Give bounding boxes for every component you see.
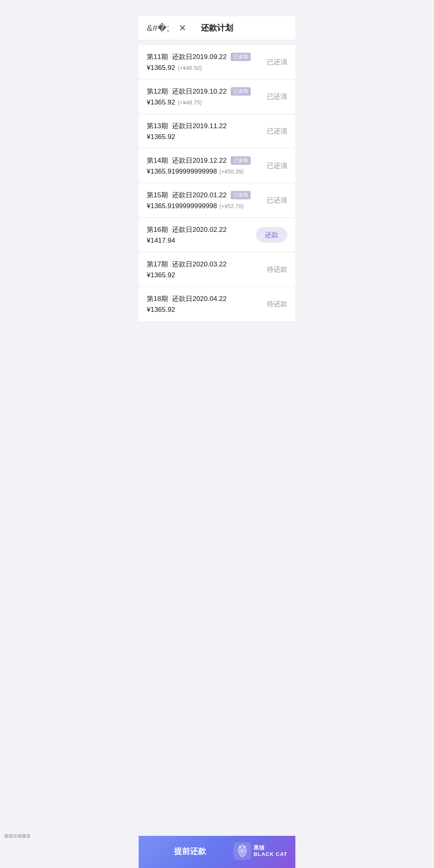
item-date: 还款日2020.04.22: [172, 294, 227, 303]
status-paid: 已还清: [267, 93, 287, 100]
item-right: 已还清: [267, 127, 287, 136]
item-left: 第17期 还款日2020.03.22 ¥1365.92: [147, 260, 227, 279]
amount-value: ¥1365.92: [147, 306, 175, 314]
item-left: 第11期 还款日2019.09.22 已逾期 ¥1365.92 (+¥46.50…: [147, 52, 251, 72]
item-left: 第14期 还款日2019.12.22 已逾期 ¥1365.91999999999…: [147, 156, 251, 176]
header-nav: &#�; ✕: [145, 21, 188, 35]
item-amount: ¥1365.9199999999998 (+¥52.70): [147, 202, 251, 210]
status-pending: 待还款: [267, 266, 287, 273]
logo-area: 黑猫 BLACK CAT: [233, 842, 287, 860]
amount-value: ¥1365.92: [147, 98, 175, 106]
item-amount: ¥1417.94: [147, 237, 227, 245]
item-right: 已还清: [267, 161, 287, 170]
item-period: 第14期: [147, 156, 168, 165]
item-date: 还款日2019.12.22: [172, 156, 227, 165]
repayment-list: 第11期 还款日2019.09.22 已逾期 ¥1365.92 (+¥46.50…: [139, 45, 295, 321]
amount-value: ¥1365.92: [147, 271, 175, 279]
item-period: 第16期: [147, 225, 168, 234]
list-item: 第17期 还款日2020.03.22 ¥1365.92 待还款: [139, 252, 295, 287]
amount-value: ¥1365.9199999999998: [147, 168, 217, 176]
item-right: 已还清: [267, 92, 287, 101]
page-title: 还款计划: [201, 23, 233, 33]
overdue-badge: 已逾期: [231, 87, 251, 96]
item-period: 第11期: [147, 52, 168, 61]
svg-point-2: [243, 850, 244, 851]
item-amount: ¥1365.92 (+¥46.50): [147, 64, 251, 72]
item-amount: ¥1365.92: [147, 306, 227, 314]
item-right: 还款: [256, 227, 287, 243]
item-row1: 第11期 还款日2019.09.22 已逾期: [147, 52, 251, 61]
status-paid: 已还清: [267, 162, 287, 170]
item-left: 第15期 还款日2020.01.22 已逾期 ¥1365.91999999999…: [147, 190, 251, 210]
item-left: 第13期 还款日2019.11.22 ¥1365.92: [147, 121, 227, 141]
overdue-badge: 已逾期: [231, 53, 251, 61]
overdue-badge: 已逾期: [231, 191, 251, 199]
item-period: 第18期: [147, 294, 168, 303]
prepay-button[interactable]: 提前还款: [147, 846, 233, 857]
item-amount: ¥1365.92 (+¥48.75): [147, 98, 251, 106]
list-item: 第12期 还款日2019.10.22 已逾期 ¥1365.92 (+¥48.75…: [139, 80, 295, 114]
item-row1: 第15期 还款日2020.01.22 已逾期: [147, 190, 251, 200]
list-item: 第11期 还款日2019.09.22 已逾期 ¥1365.92 (+¥46.50…: [139, 45, 295, 80]
item-date: 还款日2020.01.22: [172, 190, 227, 200]
bottom-spacer: [139, 321, 295, 357]
status-paid: 已还清: [267, 58, 287, 66]
list-item: 第15期 还款日2020.01.22 已逾期 ¥1365.91999999999…: [139, 183, 295, 218]
logo-line2: BLACK CAT: [254, 851, 287, 858]
amount-value: ¥1417.94: [147, 237, 175, 245]
repay-button[interactable]: 还款: [256, 227, 287, 243]
item-date: 还款日2020.03.22: [172, 260, 227, 269]
close-button[interactable]: ✕: [177, 21, 188, 35]
item-date: 还款日2019.09.22: [172, 52, 227, 61]
amount-value: ¥1365.92: [147, 64, 175, 72]
item-right: 已还清: [267, 196, 287, 205]
item-period: 第13期: [147, 121, 168, 131]
item-amount: ¥1365.92: [147, 133, 227, 141]
amount-value: ¥1365.92: [147, 133, 175, 141]
status-paid: 已还清: [267, 127, 287, 135]
item-extra: (+¥46.50): [178, 65, 202, 71]
list-item: 第18期 还款日2020.04.22 ¥1365.92 待还款: [139, 287, 295, 321]
item-row1: 第13期 还款日2019.11.22: [147, 121, 227, 131]
item-right: 已还清: [267, 57, 287, 67]
amount-value: ¥1365.9199999999998: [147, 202, 217, 210]
item-date: 还款日2020.02.22: [172, 225, 227, 234]
footer: 提前还款 黑猫 BLACK CAT: [139, 836, 295, 868]
item-row1: 第16期 还款日2020.02.22: [147, 225, 227, 234]
item-row1: 第18期 还款日2020.04.22: [147, 294, 227, 303]
status-paid: 已还清: [267, 197, 287, 204]
item-left: 第18期 还款日2020.04.22 ¥1365.92: [147, 294, 227, 314]
top-bar: [139, 0, 295, 16]
item-period: 第15期: [147, 190, 168, 200]
item-amount: ¥1365.92: [147, 271, 227, 279]
item-extra: (+¥50.39): [219, 168, 244, 175]
item-right: 待还款: [267, 265, 287, 274]
item-left: 第16期 还款日2020.02.22 ¥1417.94: [147, 225, 227, 245]
back-button[interactable]: &#�;: [145, 21, 171, 35]
item-date: 还款日2019.10.22: [172, 87, 227, 96]
item-period: 第17期: [147, 260, 168, 269]
item-extra: (+¥52.70): [219, 203, 244, 209]
logo-text: 黑猫 BLACK CAT: [254, 845, 287, 857]
item-amount: ¥1365.9199999999998 (+¥50.39): [147, 168, 251, 176]
item-extra: (+¥48.75): [178, 99, 202, 106]
logo-line1: 黑猫: [254, 845, 287, 851]
list-item: 第13期 还款日2019.11.22 ¥1365.92 已还清: [139, 114, 295, 149]
svg-point-1: [241, 850, 242, 851]
item-left: 第12期 还款日2019.10.22 已逾期 ¥1365.92 (+¥48.75…: [147, 87, 251, 106]
item-row1: 第17期 还款日2020.03.22: [147, 260, 227, 269]
overdue-badge: 已逾期: [231, 156, 251, 165]
item-right: 待还款: [267, 299, 287, 309]
list-item: 第14期 还款日2019.12.22 已逾期 ¥1365.91999999999…: [139, 149, 295, 183]
list-item: 第16期 还款日2020.02.22 ¥1417.94 还款: [139, 218, 295, 252]
item-row1: 第14期 还款日2019.12.22 已逾期: [147, 156, 251, 165]
item-period: 第12期: [147, 87, 168, 96]
item-date: 还款日2019.11.22: [172, 121, 227, 131]
status-pending: 待还款: [267, 300, 287, 308]
black-cat-logo-icon: [233, 842, 251, 860]
header: &#�; ✕ 还款计划: [139, 16, 295, 40]
item-row1: 第12期 还款日2019.10.22 已逾期: [147, 87, 251, 96]
